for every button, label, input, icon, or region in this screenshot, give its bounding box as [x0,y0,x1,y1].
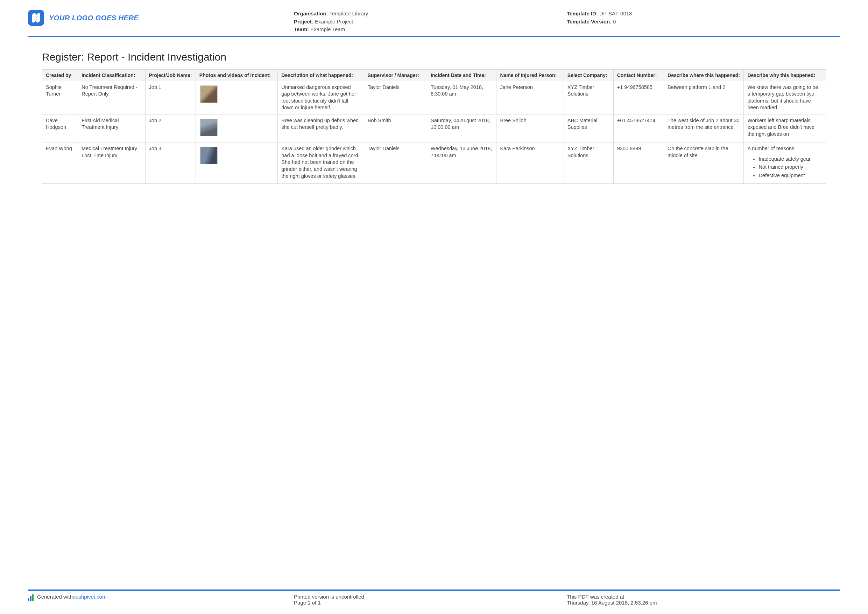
generated-with-text: Generated with [37,594,73,600]
cell-datetime: Tuesday, 01 May 2018, 6:30:00 am [427,81,496,114]
table-row: Sophie Turner No Treatment Required - Re… [42,81,826,114]
cell-supervisor: Bob Smith [364,114,427,143]
cell-job: Job 2 [145,114,195,143]
col-header-injured: Name of Injured Person: [496,69,564,81]
cell-datetime: Saturday, 04 August 2018, 10:00:00 am [427,114,496,143]
cell-injured: Kara Parkinson [496,143,564,183]
organisation-value: Template Library [329,11,368,16]
col-header-why: Describe why this happened: [744,69,826,81]
cell-injured: Jane Peterson [496,81,564,114]
cell-contact: +1 9496758585 [613,81,664,114]
organisation-label: Organisation: [294,11,328,16]
table-row: Dave Hodgson First Aid Medical Treatment… [42,114,826,143]
cell-supervisor: Taylor Daniels [364,143,427,183]
col-header-contact: Contact Number: [613,69,664,81]
template-version-line: Template Version: 6 [567,18,840,26]
col-header-classification: Incident Classification: [78,69,145,81]
cell-where: The west side of Job 2 about 30 metres f… [664,114,744,143]
template-version-label: Template Version: [567,19,612,25]
created-label: This PDF was created at [567,594,840,600]
header-center: Organisation: Template Library Project: … [294,10,567,34]
cell-company: XYZ Timber Solutions [564,81,613,114]
why-list-item: Inadequate safety gear [758,156,822,163]
logo-icon [28,10,44,26]
cell-class: Medical Treatment Injury Lost Time Injur… [78,143,145,183]
team-label: Team: [294,26,309,32]
footer-left: Generated with dashpivot.com [28,594,294,606]
col-header-company: Select Company: [564,69,613,81]
cell-description: Bree was cleaning up debris when she cut… [278,114,364,143]
project-label: Project: [294,19,313,25]
photo-thumbnail [200,119,218,136]
organisation-line: Organisation: Template Library [294,10,567,18]
cell-where: Between platform 1 and 2 [664,81,744,114]
why-list-item: Not trained properly [758,164,822,171]
col-header-where: Describe where this happened: [664,69,744,81]
cell-description: Kara used an older grinder which had a l… [278,143,364,183]
cell-photos [195,114,277,143]
table-header-row: Created by Incident Classification: Proj… [42,69,826,81]
bar-chart-icon [28,594,34,601]
cell-job: Job 1 [145,81,195,114]
cell-where: On the concrete slab in the middle of si… [664,143,744,183]
why-list: Inadequate safety gear Not trained prope… [758,156,822,179]
cell-why: Workers left sharp materials exposed and… [744,114,826,143]
cell-createdby: Evan Wong [42,143,78,183]
cell-description: Unmarked dangerous exposed gap between w… [278,81,364,114]
created-value: Thursday, 16 August 2018, 2:53:26 pm [567,600,840,606]
cell-datetime: Wednesday, 13 June 2018, 7:00:00 am [427,143,496,183]
team-line: Team: Example Team [294,26,567,34]
col-header-createdby: Created by [42,69,78,81]
project-line: Project: Example Project [294,18,567,26]
col-header-job: Project/Job Name: [145,69,195,81]
header-left: YOUR LOGO GOES HERE [28,10,294,26]
cell-createdby: Dave Hodgson [42,114,78,143]
table-row: Evan Wong Medical Treatment Injury Lost … [42,143,826,183]
cell-contact: +61 4573627474 [613,114,664,143]
template-version-value: 6 [613,19,616,25]
template-id-value: DP-SAF-0018 [599,11,632,16]
cell-createdby: Sophie Turner [42,81,78,114]
page-footer: Generated with dashpivot.com Printed ver… [28,589,840,606]
template-id-label: Template ID: [567,11,598,16]
page: YOUR LOGO GOES HERE Organisation: Templa… [0,0,868,614]
cell-job: Job 3 [145,143,195,183]
col-header-description: Description of what happened: [278,69,364,81]
cell-injured: Bree Shiloh [496,114,564,143]
footer-right: This PDF was created at Thursday, 16 Aug… [567,594,840,606]
page-title: Register: Report - Incident Investigatio… [42,51,840,63]
col-header-supervisor: Supervisor / Manager: [364,69,427,81]
photo-thumbnail [200,147,218,164]
team-value: Example Team [310,26,345,32]
cell-photos [195,81,277,114]
cell-photos [195,143,277,183]
template-id-line: Template ID: DP-SAF-0018 [567,10,840,18]
col-header-datetime: Incident Date and Time: [427,69,496,81]
logo-text: YOUR LOGO GOES HERE [49,14,138,22]
dashpivot-link[interactable]: dashpivot.com [73,594,107,600]
project-value: Example Project [315,19,353,25]
cell-supervisor: Taylor Daniels [364,81,427,114]
page-header: YOUR LOGO GOES HERE Organisation: Templa… [28,10,840,37]
why-list-item: Defective equipment [758,172,822,179]
cell-why: A number of reasons: Inadequate safety g… [744,143,826,183]
header-right: Template ID: DP-SAF-0018 Template Versio… [567,10,840,26]
uncontrolled-text: Printed version is uncontrolled [294,594,567,600]
cell-company: ABC Material Supplies [564,114,613,143]
cell-company: XYZ Timber Solutions [564,143,613,183]
page-info: Page 1 of 1 [294,600,567,606]
cell-class: First Aid Medical Treatment Injury [78,114,145,143]
register-table: Created by Incident Classification: Proj… [42,69,826,184]
photo-thumbnail [200,85,218,103]
cell-contact: 9300 8899 [613,143,664,183]
footer-center: Printed version is uncontrolled Page 1 o… [294,594,567,606]
cell-class: No Treatment Required - Report Only [78,81,145,114]
why-text: A number of reasons: [747,146,795,151]
col-header-photos: Photos and videos of incident: [195,69,277,81]
cell-why: We knew there was going to be a temporar… [744,81,826,114]
